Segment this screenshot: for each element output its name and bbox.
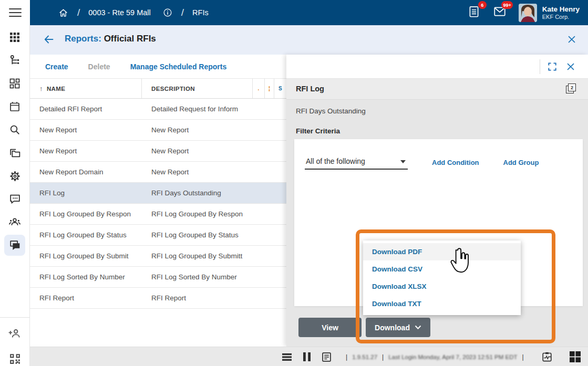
breadcrumb-separator: / xyxy=(181,7,184,18)
windows-logo-icon[interactable] xyxy=(570,351,581,362)
column-header-description[interactable]: DESCRIPTION xyxy=(142,79,253,98)
table-row[interactable]: RFI ReportRFI Report xyxy=(30,288,286,309)
gear-icon xyxy=(8,170,22,183)
download-button[interactable]: Download xyxy=(366,318,430,337)
people-icon xyxy=(8,215,22,229)
calendar-icon xyxy=(8,100,21,113)
chevron-down-icon xyxy=(415,325,421,330)
reports-list-panel: Create Delete Manage Scheduled Reports ↑… xyxy=(30,55,286,347)
home-icon[interactable] xyxy=(58,7,69,18)
sidebar-item-settings[interactable] xyxy=(4,165,25,186)
expand-icon[interactable] xyxy=(547,61,558,74)
apps-grid-icon xyxy=(8,31,21,44)
hamburger-icon xyxy=(9,6,22,19)
sidebar-item-calendar[interactable] xyxy=(4,96,25,117)
table-row-selected[interactable]: RFI LogRFI Days Outstanding xyxy=(30,183,286,204)
divider xyxy=(540,59,540,74)
user-company: EKF Corp. xyxy=(542,14,580,20)
create-button[interactable]: Create xyxy=(45,62,68,71)
sidebar-item-comments[interactable] xyxy=(4,189,25,210)
page-title: Reports: Official RFIs xyxy=(65,34,156,44)
main-menu-button[interactable] xyxy=(0,0,30,25)
folders-icon xyxy=(8,147,22,160)
table-row[interactable]: New ReportNew Report xyxy=(30,120,286,141)
document-icon[interactable] xyxy=(322,352,331,362)
page-title-prefix: Reports: xyxy=(65,34,101,44)
sidebar-item-apps[interactable] xyxy=(4,27,25,48)
copies-icon[interactable]: 2 xyxy=(566,83,577,95)
column-header-name[interactable]: ↑ NAME xyxy=(30,79,142,98)
page-close-icon[interactable] xyxy=(566,34,577,47)
panel-close-icon[interactable] xyxy=(565,61,576,75)
sidebar-item-forum-active[interactable] xyxy=(4,235,25,256)
table-row[interactable]: New ReportNew Report xyxy=(30,141,286,162)
left-sidebar xyxy=(0,25,30,366)
user-name: Kate Henry xyxy=(542,5,580,14)
breadcrumb-project[interactable]: 0003 - Rte 59 Mall xyxy=(88,8,150,17)
qr-code-icon xyxy=(8,352,22,365)
report-subtitle: RFI Days Outstanding xyxy=(296,107,366,115)
view-button[interactable]: View xyxy=(298,318,362,337)
chevron-down-icon xyxy=(400,160,406,163)
messages-count-badge: 99+ xyxy=(501,1,512,9)
menu-item-download-csv[interactable]: Download CSV xyxy=(363,260,521,278)
top-navigation-bar: / 0003 - Rte 59 Mall / RFIs 6 99+ xyxy=(0,0,588,25)
avatar xyxy=(519,4,537,22)
system-health-icon[interactable] xyxy=(542,352,552,362)
separator: | xyxy=(522,353,523,361)
menu-item-download-xlsx[interactable]: Download XLSX xyxy=(363,278,521,295)
manage-scheduled-reports-button[interactable]: Manage Scheduled Reports xyxy=(130,62,227,71)
table-row[interactable]: RFI Log Grouped By StatusRFI Log Grouped… xyxy=(30,225,286,246)
app-version: 1.9.51.27 xyxy=(352,354,377,360)
sort-ascending-icon: ↑ xyxy=(39,85,43,92)
back-arrow-icon[interactable] xyxy=(43,33,55,48)
last-login-text: Last Login Monday, April 7, 2023 12:51 P… xyxy=(388,354,517,360)
condition-logic-select[interactable]: All of the following xyxy=(305,155,408,170)
sidebar-item-documents[interactable] xyxy=(4,142,25,163)
sidebar-item-qr-code[interactable] xyxy=(4,348,25,366)
breadcrumb-module[interactable]: RFIs xyxy=(192,8,209,17)
download-menu: Download PDF Download CSV Download XLSX … xyxy=(363,240,521,315)
status-bar: | 1.9.51.27 | Last Login Monday, April 7… xyxy=(30,347,588,366)
table-row[interactable]: New Report DomainNew Report xyxy=(30,162,286,183)
sidebar-item-search[interactable] xyxy=(4,119,25,140)
sidebar-item-contacts[interactable] xyxy=(4,212,25,233)
info-icon[interactable] xyxy=(162,7,173,18)
column-header-truncated-3[interactable]: S xyxy=(274,79,286,98)
column-header-truncated-2[interactable]: ¦ xyxy=(265,79,274,98)
menu-item-download-pdf[interactable]: Download PDF xyxy=(363,243,521,260)
add-condition-link[interactable]: Add Condition xyxy=(432,159,479,166)
pause-icon[interactable] xyxy=(303,352,311,361)
messages-notification-button[interactable]: 99+ xyxy=(492,5,507,20)
separator: | xyxy=(382,353,384,361)
sidebar-item-workflow[interactable] xyxy=(4,50,25,71)
separator: | xyxy=(346,353,347,361)
add-group-link[interactable]: Add Group xyxy=(503,159,539,166)
table-row[interactable]: RFI Log Grouped By ResponRFI Log Grouped… xyxy=(30,204,286,225)
panel-action-strip xyxy=(286,55,588,79)
table-row[interactable]: RFI Log Sorted By NumberRFI Log Sorted B… xyxy=(30,267,286,288)
page-title-main: Official RFIs xyxy=(104,34,156,44)
forum-icon xyxy=(8,239,22,252)
page-header: Reports: Official RFIs xyxy=(30,25,588,55)
menu-lines-icon[interactable] xyxy=(282,353,292,361)
tasks-notification-button[interactable]: 6 xyxy=(467,5,481,20)
chat-bubble-icon xyxy=(8,193,22,206)
sidebar-item-add-user[interactable] xyxy=(4,323,25,344)
user-menu[interactable]: Kate Henry EKF Corp. xyxy=(519,4,580,22)
panel-title: RFI Log xyxy=(296,85,324,93)
table-row[interactable]: Detailed RFI ReportDetailed Request for … xyxy=(30,99,286,120)
table-row[interactable]: RFI Log Grouped By SubmitRFI Log Grouped… xyxy=(30,246,286,267)
sidebar-item-dashboard[interactable] xyxy=(4,73,25,94)
column-header-truncated-1[interactable]: . xyxy=(253,79,265,98)
tasks-count-badge: 6 xyxy=(478,1,487,9)
delete-button[interactable]: Delete xyxy=(88,62,110,71)
search-icon xyxy=(8,123,21,136)
app-window: / 0003 - Rte 59 Mall / RFIs 6 99+ xyxy=(0,0,588,366)
menu-item-download-txt[interactable]: Download TXT xyxy=(363,295,521,312)
workflow-icon xyxy=(8,54,22,67)
reports-toolbar: Create Delete Manage Scheduled Reports xyxy=(30,55,286,79)
dashboard-icon xyxy=(8,77,21,90)
filter-criteria-label: Filter Criteria xyxy=(296,127,340,135)
panel-title-bar: RFI Log 2 xyxy=(286,79,588,100)
